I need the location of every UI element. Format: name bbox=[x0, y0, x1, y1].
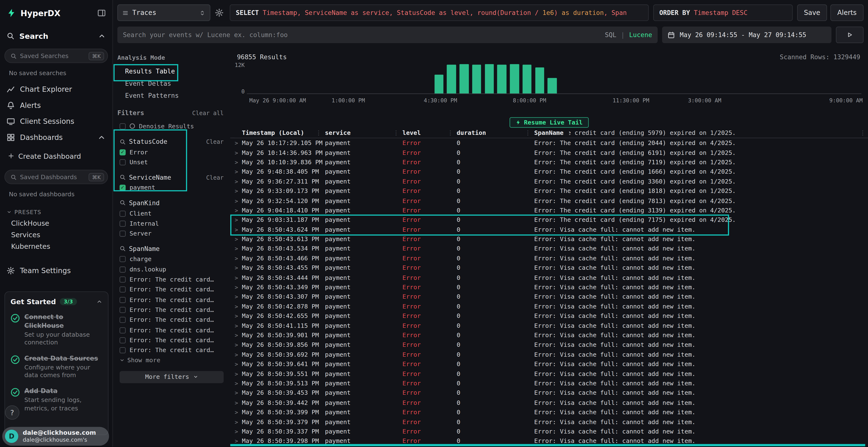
save-button[interactable]: Save bbox=[797, 4, 827, 21]
filter-checkbox-row[interactable]: Error: The credit card … bbox=[117, 325, 228, 335]
filter-checkbox[interactable] bbox=[120, 231, 126, 237]
run-query-button[interactable] bbox=[836, 27, 864, 43]
table-row[interactable]: > May 26 10:14:36.963 PM payment Error 0… bbox=[230, 148, 868, 158]
clear-all-link[interactable]: Clear all bbox=[192, 110, 224, 116]
row-expand-chevron[interactable]: > bbox=[235, 140, 242, 146]
nav-alerts[interactable]: Alerts bbox=[0, 97, 112, 113]
checklist-item[interactable]: Create Data Sources Configure where your… bbox=[10, 354, 102, 380]
filter-checkbox-row[interactable]: dns.lookup bbox=[117, 265, 228, 275]
row-expand-chevron[interactable]: > bbox=[235, 188, 242, 194]
filter-checkbox-row[interactable]: Server bbox=[117, 229, 228, 239]
saved-searches-input[interactable] bbox=[20, 52, 86, 60]
filter-checkbox-row[interactable]: Error: The credit card … bbox=[117, 345, 228, 355]
table-row[interactable]: > May 26 9:03:31.187 PM payment Error 0 … bbox=[230, 215, 868, 225]
filter-checkbox-row[interactable]: Internal bbox=[117, 218, 228, 229]
table-row[interactable]: > May 26 9:04:18.410 PM payment Error 0 … bbox=[230, 205, 868, 215]
filter-group-clear[interactable]: Clear bbox=[206, 174, 224, 181]
filter-checkbox[interactable] bbox=[120, 185, 126, 191]
table-row[interactable]: > May 26 8:50:43.534 PM payment Error 0 … bbox=[230, 244, 868, 253]
filter-checkbox[interactable] bbox=[120, 159, 126, 165]
column-resize-handle[interactable]: ⋮ bbox=[393, 129, 402, 137]
filter-checkbox[interactable] bbox=[120, 276, 126, 282]
row-expand-chevron[interactable]: > bbox=[235, 304, 242, 309]
create-dashboard-button[interactable]: Create Dashboard bbox=[0, 149, 112, 163]
row-expand-chevron[interactable]: > bbox=[235, 169, 242, 175]
order-by-editor[interactable]: ORDER BY Timestamp DESC bbox=[653, 4, 793, 21]
column-resize-handle[interactable]: ⋮ bbox=[316, 129, 325, 137]
row-expand-chevron[interactable]: > bbox=[235, 149, 242, 156]
search-input[interactable] bbox=[123, 31, 600, 39]
sql-select-editor[interactable]: SELECT Timestamp, ServiceName as service… bbox=[230, 4, 649, 21]
filter-checkbox-row[interactable]: Error: The credit card … bbox=[117, 335, 228, 345]
checklist-item[interactable]: Connect to ClickHouse Set up your databa… bbox=[10, 313, 102, 347]
get-started-header[interactable]: Get Started 3/3 bbox=[10, 298, 102, 306]
filter-group-clear[interactable]: Clear bbox=[206, 138, 224, 145]
filter-checkbox-row[interactable]: Error bbox=[117, 147, 228, 157]
table-row[interactable]: > May 26 8:50:39.337 PM payment Error 0 … bbox=[230, 427, 868, 437]
row-expand-chevron[interactable]: > bbox=[235, 323, 242, 329]
column-resize-handle[interactable]: ⋮ bbox=[860, 128, 866, 138]
analysis-mode-option[interactable]: Event Deltas bbox=[117, 77, 228, 90]
row-expand-chevron[interactable]: > bbox=[235, 380, 242, 386]
sidebar-section-search[interactable]: Search bbox=[0, 30, 112, 42]
source-settings-gear-icon[interactable] bbox=[215, 8, 224, 17]
nav-team-settings[interactable]: Team Settings bbox=[0, 264, 112, 276]
table-row[interactable]: > May 26 8:50:39.551 PM payment Error 0 … bbox=[230, 369, 868, 379]
row-expand-chevron[interactable]: > bbox=[235, 409, 242, 415]
filter-checkbox-row[interactable]: payment bbox=[117, 183, 228, 193]
user-menu[interactable]: D dale@clickhouse.com dale@clickhouse.co… bbox=[2, 427, 109, 446]
filter-checkbox-row[interactable]: Error: The credit card … bbox=[117, 315, 228, 325]
column-header-spanname[interactable]: SpanName bbox=[534, 129, 564, 137]
row-expand-chevron[interactable]: > bbox=[235, 352, 242, 358]
row-expand-chevron[interactable]: > bbox=[235, 246, 242, 252]
row-expand-chevron[interactable]: > bbox=[235, 332, 242, 338]
table-row[interactable]: > May 26 8:50:43.307 PM payment Error 0 … bbox=[230, 292, 868, 302]
filter-checkbox[interactable] bbox=[120, 327, 126, 333]
row-expand-chevron[interactable]: > bbox=[235, 198, 242, 204]
filter-checkbox[interactable] bbox=[120, 337, 126, 343]
row-expand-chevron[interactable]: > bbox=[235, 294, 242, 300]
saved-dashboards-input[interactable] bbox=[20, 173, 86, 181]
filter-checkbox-row[interactable]: Error: The credit card … bbox=[117, 295, 228, 305]
lang-toggle-lucene[interactable]: Lucene bbox=[629, 31, 652, 39]
alerts-button[interactable]: Alerts bbox=[830, 4, 864, 21]
row-expand-chevron[interactable]: > bbox=[235, 275, 242, 281]
filter-checkbox[interactable] bbox=[120, 266, 126, 272]
column-resize-handle[interactable]: ⋮ bbox=[525, 129, 534, 137]
checklist-item[interactable]: Add Data Start sending logs, metrics, or… bbox=[10, 387, 102, 413]
row-expand-chevron[interactable]: > bbox=[235, 361, 242, 367]
column-header-duration[interactable]: duration bbox=[457, 129, 486, 137]
help-button[interactable]: ? bbox=[5, 405, 20, 420]
table-row[interactable]: > May 26 9:36:27.311 PM payment Error 0 … bbox=[230, 177, 868, 186]
date-range-picker[interactable]: May 26 09:14:55 - May 27 09:14:55 bbox=[662, 27, 832, 43]
row-expand-chevron[interactable]: > bbox=[235, 255, 242, 261]
table-row[interactable]: > May 26 8:50:39.379 PM payment Error 0 … bbox=[230, 417, 868, 427]
row-expand-chevron[interactable]: > bbox=[235, 178, 242, 184]
table-row[interactable]: > May 26 8:50:42.655 PM payment Error 0 … bbox=[230, 311, 868, 321]
presets-toggle[interactable]: PRESETS bbox=[0, 202, 112, 217]
lang-toggle-sql[interactable]: SQL bbox=[605, 31, 617, 39]
event-search-bar[interactable]: SQL | Lucene bbox=[117, 27, 658, 43]
filter-checkbox[interactable] bbox=[120, 210, 126, 216]
table-row[interactable]: > May 26 8:50:42.878 PM payment Error 0 … bbox=[230, 302, 868, 311]
filter-checkbox[interactable] bbox=[120, 347, 126, 353]
column-header-level[interactable]: level bbox=[402, 129, 421, 137]
chevron-up-icon[interactable] bbox=[96, 299, 102, 305]
column-resize-handle[interactable]: ⋮ bbox=[447, 129, 457, 137]
nav-dashboards[interactable]: Dashboards bbox=[0, 129, 112, 145]
table-row[interactable]: > May 26 8:50:39.856 PM payment Error 0 … bbox=[230, 340, 868, 350]
table-row[interactable]: > May 26 8:50:43.466 PM payment Error 0 … bbox=[230, 253, 868, 263]
denoise-results-toggle[interactable]: Denoise Results bbox=[117, 121, 228, 132]
filter-checkbox-row[interactable]: Unset bbox=[117, 157, 228, 167]
more-filters-button[interactable]: More filters bbox=[120, 371, 224, 383]
analysis-mode-option[interactable]: Event Patterns bbox=[117, 90, 228, 102]
table-row[interactable]: > May 26 8:50:43.455 PM payment Error 0 … bbox=[230, 263, 868, 273]
row-expand-chevron[interactable]: > bbox=[235, 400, 242, 406]
column-header-service[interactable]: service bbox=[325, 129, 350, 137]
filter-checkbox[interactable] bbox=[120, 297, 126, 303]
table-row[interactable]: > May 26 10:17:29.105 PM payment Error 0… bbox=[230, 138, 868, 148]
table-row[interactable]: > May 26 8:50:39.453 PM payment Error 0 … bbox=[230, 388, 868, 398]
row-expand-chevron[interactable]: > bbox=[235, 438, 242, 444]
table-row[interactable]: > May 26 9:48:38.405 PM payment Error 0 … bbox=[230, 167, 868, 177]
analysis-mode-option[interactable]: Results Table bbox=[117, 65, 228, 77]
